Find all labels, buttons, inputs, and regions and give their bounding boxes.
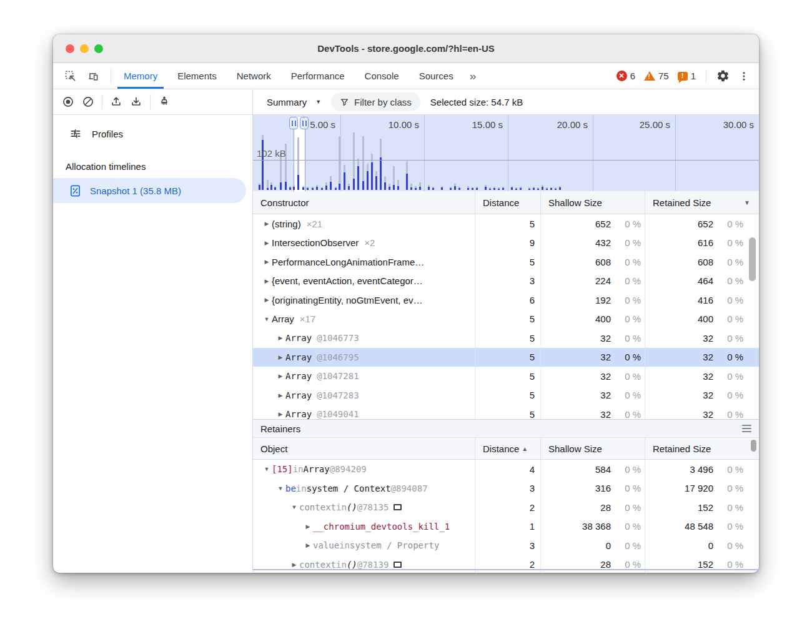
expand-arrow-icon[interactable]: ▶ <box>275 354 285 360</box>
distance-cell: 5 <box>475 386 540 405</box>
expand-arrow-icon[interactable]: ▶ <box>289 562 299 568</box>
allocation-bar <box>546 187 548 190</box>
constructor-row[interactable]: ▼Array×1754000 %4000 % <box>253 310 759 329</box>
kebab-menu-icon[interactable] <box>735 67 753 85</box>
allocation-bar <box>419 182 421 190</box>
collapse-arrow-icon[interactable]: ▼ <box>289 504 299 510</box>
sidebar-item-snapshot-1[interactable]: Snapshot 1 (35.8 MB) <box>53 178 246 203</box>
expand-arrow-icon[interactable]: ▶ <box>275 335 285 341</box>
constructor-row[interactable]: ▶{event, eventAction, eventCategor…32240… <box>253 272 759 291</box>
constructor-row[interactable]: ▶Array@10472835320 %320 % <box>253 386 759 405</box>
desktop: { "window": { "title": "DevTools - store… <box>0 0 812 644</box>
expand-arrow-icon[interactable]: ▶ <box>275 392 285 399</box>
expand-arrow-icon[interactable]: ▶ <box>303 542 313 548</box>
distance-cell: 6 <box>475 290 540 310</box>
view-mode-select[interactable]: Summary ▼ <box>263 94 325 110</box>
retainer-row[interactable]: ▼[15] in Array @89420945840 %3 4960 % <box>253 460 759 479</box>
timeline-size-label: 102 kB <box>257 148 286 159</box>
column-header-object[interactable]: Object <box>253 438 475 459</box>
retainer-row[interactable]: ▼context in () @781352280 %1520 % <box>253 498 759 517</box>
shallow-size-cell: 4320 % <box>540 234 645 253</box>
profiles-header[interactable]: Profiles <box>53 122 252 145</box>
constructor-row[interactable]: ▶{originatingEntity, noGtmEvent, ev…6192… <box>253 290 759 310</box>
record-icon[interactable] <box>59 93 77 111</box>
class-filter-input[interactable]: Filter by class <box>331 92 420 111</box>
allocation-bar <box>316 185 318 190</box>
settings-gear-icon[interactable] <box>714 67 731 85</box>
retained-size-cell: 320 % <box>645 386 759 405</box>
horizontal-scrollbar[interactable] <box>253 569 759 570</box>
constructor-table-header: Constructor Distance Shallow Size Retain… <box>253 191 759 214</box>
expand-arrow-icon[interactable]: ▶ <box>262 259 272 265</box>
expand-arrow-icon[interactable]: ▶ <box>275 411 285 417</box>
constructor-name-cell: ▶Array@1047281 <box>253 367 475 386</box>
brush-icon[interactable] <box>156 93 173 111</box>
expand-arrow-icon[interactable]: ▶ <box>262 240 272 246</box>
tab-console[interactable]: Console <box>355 63 409 89</box>
column-header-shallow-size[interactable]: Shallow Size <box>540 191 645 214</box>
tab-performance[interactable]: Performance <box>281 63 355 89</box>
expand-arrow-icon[interactable]: ▶ <box>262 278 272 284</box>
more-tabs-icon[interactable]: » <box>463 63 482 89</box>
distance-cell: 5 <box>475 214 540 234</box>
retainers-scrollbar-thumb[interactable] <box>751 440 756 452</box>
column-header-retained-size[interactable]: Retained Size ▼ <box>645 191 759 214</box>
column-header-retained-size[interactable]: Retained Size <box>645 438 759 459</box>
frame-link-icon[interactable] <box>394 504 402 510</box>
column-header-distance[interactable]: Distance ▲ <box>475 438 540 459</box>
column-header-distance[interactable]: Distance <box>475 191 540 214</box>
chevron-down-icon: ▼ <box>315 99 321 105</box>
expand-arrow-icon[interactable]: ▶ <box>303 523 313 530</box>
warning-badge[interactable]: ! 75 <box>641 71 671 81</box>
constructor-row[interactable]: ▶Array@10467955320 %320 % <box>253 348 759 367</box>
expand-arrow-icon[interactable]: ▶ <box>262 297 272 303</box>
tab-sources[interactable]: Sources <box>409 63 463 89</box>
retained-size-cell: 320 % <box>645 348 759 367</box>
column-header-shallow-size[interactable]: Shallow Size <box>540 438 645 459</box>
allocation-bar <box>397 180 399 190</box>
retainer-row[interactable]: ▶__chromium_devtools_kill_1138 3680 %48 … <box>253 517 759 537</box>
hamburger-menu-icon[interactable] <box>742 425 751 432</box>
allocation-timeline-chart[interactable]: 5.00 s10.00 s15.00 s20.00 s25.00 s30.00 … <box>253 115 759 191</box>
tab-memory[interactable]: Memory <box>114 63 167 89</box>
retainers-section-header: Retainers <box>253 419 759 438</box>
allocation-bar <box>432 187 434 190</box>
tab-elements[interactable]: Elements <box>167 63 227 89</box>
tab-network[interactable]: Network <box>227 63 281 89</box>
download-icon[interactable] <box>127 93 145 111</box>
constructor-scrollbar-thumb[interactable] <box>749 237 756 281</box>
clear-icon[interactable] <box>79 93 97 111</box>
retained-size-cell: 17 9200 % <box>645 479 759 498</box>
collapse-arrow-icon[interactable]: ▼ <box>262 316 272 322</box>
device-toolbar-icon[interactable] <box>84 67 102 85</box>
timeline-gridline <box>675 115 676 191</box>
retainer-row[interactable]: ▼be in system / Context @89408733160 %17… <box>253 479 759 498</box>
column-header-constructor[interactable]: Constructor <box>253 191 475 214</box>
timeline-gridline <box>340 115 341 191</box>
inspect-icon[interactable] <box>62 67 79 85</box>
error-badge[interactable]: ✕ 6 <box>614 71 638 81</box>
expand-arrow-icon[interactable]: ▶ <box>262 220 272 227</box>
allocation-bar <box>415 186 417 190</box>
collapse-arrow-icon[interactable]: ▼ <box>275 485 285 492</box>
constructor-row[interactable]: ▶PerformanceLongAnimationFrame…56080 %60… <box>253 252 759 272</box>
collapse-arrow-icon[interactable]: ▼ <box>262 466 272 472</box>
selection-left-handle[interactable] <box>289 117 298 129</box>
constructor-row[interactable]: ▶Array@10490415320 %320 % <box>253 405 759 419</box>
shallow-size-cell: 38 3680 % <box>540 517 645 537</box>
issues-badge[interactable]: ! 1 <box>675 71 698 81</box>
constructor-row[interactable]: ▶Array@10472815320 %320 % <box>253 367 759 386</box>
frame-link-icon[interactable] <box>394 562 402 568</box>
selection-right-handle[interactable] <box>300 117 309 129</box>
distance-cell: 5 <box>475 329 540 348</box>
upload-icon[interactable] <box>107 93 125 111</box>
allocation-bar <box>485 185 487 190</box>
constructor-row[interactable]: ▶(string)×2156520 %6520 % <box>253 214 759 234</box>
constructor-row[interactable]: ▶IntersectionObserver×294320 %6160 % <box>253 234 759 253</box>
allocation-bar <box>353 132 355 190</box>
shallow-size-cell: 320 % <box>540 329 645 348</box>
allocation-bar <box>467 186 469 190</box>
retainer-row[interactable]: ▶value in system / Property300 %00 % <box>253 536 759 555</box>
expand-arrow-icon[interactable]: ▶ <box>275 373 285 379</box>
constructor-row[interactable]: ▶Array@10467735320 %320 % <box>253 329 759 348</box>
